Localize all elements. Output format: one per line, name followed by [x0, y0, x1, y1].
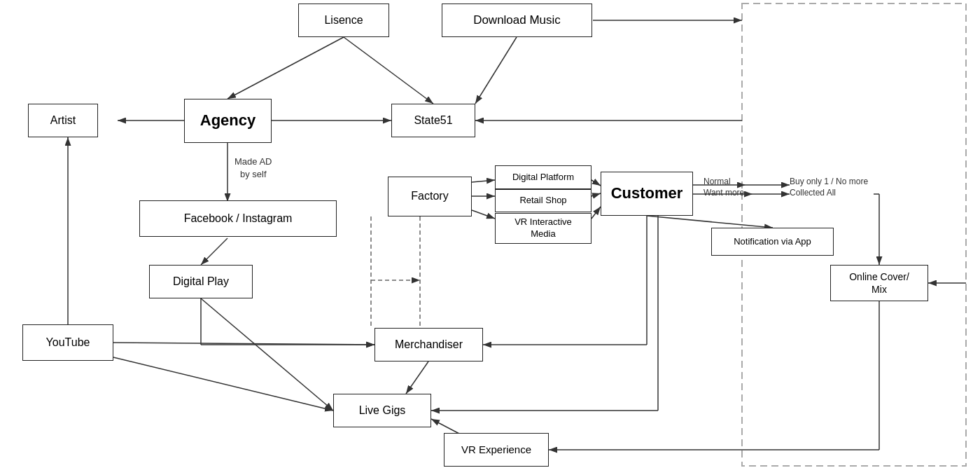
buy-only1-label: Buy only 1 / No more — [790, 177, 868, 186]
svg-line-8 — [227, 37, 344, 99]
state51-node: State51 — [391, 104, 475, 137]
svg-line-27 — [592, 207, 601, 219]
factory-node: Factory — [388, 177, 472, 216]
svg-line-26 — [592, 193, 601, 196]
want-more-label: Want more — [704, 188, 744, 198]
merchandiser-node: Merchandiser — [374, 328, 483, 362]
facebook-instagram-node: Facebook / Instagram — [139, 200, 337, 237]
retail-shop-node: Retail Shop — [495, 189, 592, 212]
svg-line-24 — [472, 210, 495, 219]
download-music-node: Download Music — [442, 4, 592, 37]
vr-experience-node: VR Experience — [444, 433, 549, 467]
svg-line-25 — [592, 180, 601, 186]
youtube-node: YouTube — [22, 324, 113, 361]
customer-node: Customer — [601, 172, 693, 216]
artist-node: Artist — [28, 104, 98, 137]
svg-line-42 — [647, 216, 773, 228]
svg-line-15 — [201, 238, 227, 265]
digital-platform-node: Digital Platform — [495, 165, 592, 189]
collected-all-label: Collected All — [790, 188, 836, 198]
notification-via-app-node: Notification via App — [711, 228, 834, 256]
digital-play-node: Digital Play — [149, 265, 253, 298]
svg-line-22 — [472, 180, 495, 182]
svg-line-10 — [475, 37, 517, 104]
svg-line-36 — [406, 362, 428, 394]
made-ad-label: Made AD by self — [234, 156, 272, 181]
svg-line-21 — [201, 298, 333, 411]
license-node: Lisence — [298, 4, 389, 37]
svg-line-18 — [113, 357, 333, 411]
online-cover-mix-node: Online Cover/ Mix — [830, 265, 928, 301]
agency-node: Agency — [184, 99, 272, 143]
live-gigs-node: Live Gigs — [333, 394, 431, 427]
normal-label: Normal — [704, 177, 731, 186]
vr-interactive-media-node: VR Interactive Media — [495, 213, 592, 244]
svg-line-9 — [344, 37, 433, 104]
